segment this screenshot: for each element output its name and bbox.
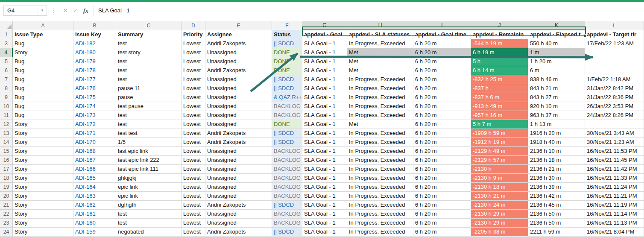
cell-sla-status[interactable]: In Progress, Exceeded xyxy=(347,129,413,138)
cell-goal-time[interactable]: 6 h 20 m xyxy=(413,57,471,66)
cell-target-date[interactable]: 16/Nov/21 8:04 PM xyxy=(585,228,644,237)
cell-priority[interactable]: Lowest xyxy=(181,147,205,156)
cell-sla-status[interactable]: In Progress, Exceeded xyxy=(347,174,413,183)
cell-remaining[interactable]: -2130 h 21 m xyxy=(471,192,528,201)
row-header-8[interactable]: 8 xyxy=(0,84,13,93)
name-box[interactable]: G4 ▼ xyxy=(3,6,47,16)
cell-sla-status[interactable]: In Progress, Exceeded xyxy=(347,147,413,156)
cell-goal-time[interactable]: 6 h 20 m xyxy=(413,129,471,138)
cell-goal[interactable]: SLA Goal - 1 xyxy=(302,228,347,237)
cell-sla-status[interactable]: In Progress, Exceeded xyxy=(347,93,413,102)
cell-status[interactable]: BACKLOG xyxy=(272,219,302,228)
cell-issue-key[interactable]: ADI-168 xyxy=(73,147,116,156)
cell-goal[interactable]: SLA Goal - 1 xyxy=(302,192,347,201)
column-header-I[interactable]: I xyxy=(413,21,471,30)
cell-goal-time[interactable]: 6 h 20 m xyxy=(413,210,471,219)
cell-target-date[interactable]: 30/Nov/21 3:43 AM xyxy=(585,129,644,138)
cell-elapsed[interactable]: 843 h 21 m xyxy=(528,84,585,93)
cell-issue-type[interactable]: Story xyxy=(13,138,73,147)
cell-goal-time[interactable]: 6 h 20 m xyxy=(413,165,471,174)
cell-assignee[interactable]: Unassigned xyxy=(205,93,272,102)
cell-status[interactable]: BACKLOG xyxy=(272,183,302,192)
cell-goal[interactable]: SLA Goal - 1 xyxy=(302,156,347,165)
cell-elapsed[interactable]: 963 h 37 m xyxy=(528,111,585,120)
cell-status[interactable]: DONE xyxy=(272,57,302,66)
cell-goal[interactable]: SLA Goal - 1 xyxy=(302,102,347,111)
cell-target-date[interactable]: 31/Jan/22 8:42 PM xyxy=(585,84,644,93)
row-header-7[interactable]: 7 xyxy=(0,75,13,84)
cell-remaining[interactable]: -2130 h 9 m xyxy=(471,174,528,183)
cell-issue-key[interactable]: ADI-167 xyxy=(73,156,116,165)
column-header-J[interactable]: J xyxy=(471,21,528,30)
cell-goal[interactable]: SLA Goal - 1 xyxy=(302,165,347,174)
cell-elapsed[interactable]: 1 h 20 m xyxy=(528,57,585,66)
row-header-20[interactable]: 20 xyxy=(0,192,13,201)
cell-sla-status[interactable]: In Progress, Exceeded xyxy=(347,210,413,219)
header-issue-type[interactable]: Issue Type xyxy=(13,30,73,39)
cell-priority[interactable]: Lowest xyxy=(181,66,205,75)
cell-target-date[interactable] xyxy=(585,57,644,66)
header-priority[interactable]: Priority xyxy=(181,30,205,39)
row-header-23[interactable]: 23 xyxy=(0,219,13,228)
cell-priority[interactable]: Lowest xyxy=(181,75,205,84)
cell-status[interactable]: BACKLOG xyxy=(272,210,302,219)
cell-issue-key[interactable]: ADI-180 xyxy=(73,48,116,57)
cell-remaining[interactable]: 6 h 14 m xyxy=(471,66,528,75)
column-header-K[interactable]: K xyxy=(528,21,585,30)
cell-issue-key[interactable]: ADI-173 xyxy=(73,111,116,120)
cell-goal[interactable]: SLA Goal - 1 xyxy=(302,219,347,228)
cell-assignee[interactable]: Andrii Zakopets xyxy=(205,39,272,48)
row-header-22[interactable]: 22 xyxy=(0,210,13,219)
cell-sla-status[interactable]: In Progress, Exceeded xyxy=(347,192,413,201)
cell-sla-status[interactable]: In Progress, Exceeded xyxy=(347,228,413,237)
cell-goal-time[interactable]: 6 h 20 m xyxy=(413,66,471,75)
cell-remaining[interactable]: -2130 h 18 m xyxy=(471,183,528,192)
cell-elapsed[interactable]: 2136 h 50 m xyxy=(528,219,585,228)
cell-sla-status[interactable]: In Progress, Exceeded xyxy=(347,219,413,228)
cell-status[interactable]: BACKLOG xyxy=(272,165,302,174)
cell-sla-status[interactable]: In Progress, Exceeded xyxy=(347,138,413,147)
cell-assignee[interactable]: Unassigned xyxy=(205,183,272,192)
cell-assignee[interactable]: Unassigned xyxy=(205,102,272,111)
cell-sla-status[interactable]: Met xyxy=(347,66,413,75)
cell-summary[interactable]: test xyxy=(116,210,181,219)
cell-target-date[interactable]: 16/Nov/21 11:19 PM xyxy=(585,201,644,210)
formula-input[interactable]: SLA Goal - 1 xyxy=(98,7,130,14)
cell-sla-status[interactable]: In Progress, Exceeded xyxy=(347,111,413,120)
cell-priority[interactable]: Lowest xyxy=(181,84,205,93)
cell-summary[interactable]: ghkjjgkj xyxy=(116,174,181,183)
cell-issue-type[interactable]: Story xyxy=(13,147,73,156)
cell-goal[interactable]: SLA Goal - 1 xyxy=(302,66,347,75)
cell-goal-time[interactable]: 6 h 20 m xyxy=(413,48,471,57)
row-header-9[interactable]: 9 xyxy=(0,93,13,102)
cell-remaining[interactable]: -957 h 16 m xyxy=(471,111,528,120)
header-status[interactable]: Status xyxy=(272,30,302,39)
cell-assignee[interactable]: Unassigned xyxy=(205,210,272,219)
cell-summary[interactable]: test xyxy=(116,120,181,129)
cell-sla-status[interactable]: In Progress, Exceeded xyxy=(347,84,413,93)
cell-goal-time[interactable]: 6 h 20 m xyxy=(413,228,471,237)
column-header-G[interactable]: G xyxy=(302,21,347,30)
row-header-11[interactable]: 11 xyxy=(0,111,13,120)
cell-goal-time[interactable]: 6 h 20 m xyxy=(413,75,471,84)
cell-sla-status[interactable]: In Progress, Exceeded xyxy=(347,156,413,165)
cell-issue-key[interactable]: ADI-182 xyxy=(73,39,116,48)
cell-remaining[interactable]: -2129 h 57 m xyxy=(471,156,528,165)
cell-status[interactable]: || SDCD xyxy=(272,84,302,93)
cell-issue-type[interactable]: Story xyxy=(13,210,73,219)
cell-summary[interactable]: epic link xyxy=(116,183,181,192)
row-header-24[interactable]: 24 xyxy=(0,228,13,237)
cell-goal[interactable]: SLA Goal - 1 xyxy=(302,138,347,147)
cell-issue-type[interactable]: Story xyxy=(13,201,73,210)
cell-issue-type[interactable]: Bug xyxy=(13,66,73,75)
cell-status[interactable]: DONE xyxy=(272,120,302,129)
cell-priority[interactable]: Lowest xyxy=(181,201,205,210)
cell-target-date[interactable] xyxy=(585,120,644,129)
cell-goal-time[interactable]: 6 h 20 m xyxy=(413,201,471,210)
cell-target-date[interactable]: 1/Feb/22 1:18 AM xyxy=(585,75,644,84)
cell-summary[interactable]: test xyxy=(116,39,181,48)
cell-target-date[interactable]: 30/Nov/21 1:23 AM xyxy=(585,138,644,147)
cell-priority[interactable]: Lowest xyxy=(181,129,205,138)
column-header-B[interactable]: B xyxy=(73,21,116,30)
cell-remaining[interactable]: -832 h 25 m xyxy=(471,75,528,84)
